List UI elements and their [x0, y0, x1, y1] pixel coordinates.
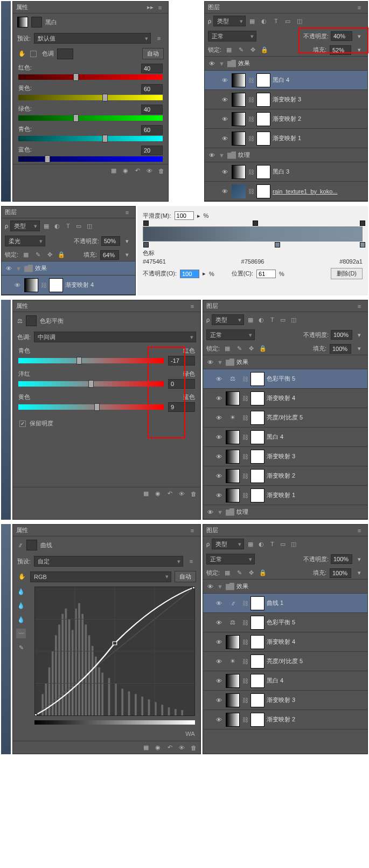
link-icon[interactable]: ⛓	[242, 697, 248, 704]
clip-icon[interactable]: ▦	[141, 743, 151, 753]
slider-value-input[interactable]	[141, 105, 163, 114]
balance-slider[interactable]	[18, 404, 164, 410]
slider-handle[interactable]	[73, 73, 79, 81]
link-icon[interactable]: ⛓	[242, 453, 248, 460]
collapse-icon[interactable]: ▸▸	[145, 3, 155, 12]
visibility-icon[interactable]: 👁	[207, 152, 217, 159]
filter-type-dropdown[interactable]: 类型	[10, 221, 40, 231]
expand-icon[interactable]: ▼	[217, 509, 224, 515]
adj-filter-icon[interactable]: ◐	[53, 222, 61, 230]
layer-name[interactable]: 色彩平衡 5	[267, 618, 365, 626]
mask-thumb[interactable]	[256, 93, 270, 107]
slider-handle[interactable]	[76, 357, 82, 364]
gradient-bar[interactable]	[143, 226, 363, 242]
trash-icon[interactable]: 🗑	[156, 166, 166, 176]
group-name[interactable]: 纹理	[236, 508, 365, 516]
visibility-icon[interactable]: 👁	[214, 473, 224, 479]
type-filter-icon[interactable]: T	[268, 315, 276, 324]
blend-mode-dropdown[interactable]: 正常	[206, 554, 255, 564]
mask-thumb[interactable]	[250, 450, 264, 464]
layer-name[interactable]: 亮度/对比度 5	[267, 657, 365, 665]
visibility-icon[interactable]: 👁	[214, 697, 224, 704]
color-slider[interactable]	[18, 95, 163, 100]
eyedropper-white-icon[interactable]: 💧	[16, 615, 26, 624]
hand-tool-icon[interactable]: ✋	[17, 572, 27, 582]
adj-thumb[interactable]	[232, 93, 246, 107]
view-icon[interactable]: ◉	[153, 743, 163, 753]
view-icon[interactable]: ◉	[153, 489, 163, 499]
adj-thumb[interactable]	[226, 391, 240, 405]
mask-thumb[interactable]	[256, 165, 270, 179]
smart-filter-icon[interactable]: ◫	[295, 17, 304, 25]
fill-input[interactable]	[330, 568, 351, 578]
smooth-input[interactable]	[175, 211, 194, 220]
visibility-icon[interactable]: 👁	[214, 717, 224, 723]
fill-input[interactable]	[330, 344, 351, 354]
lock-pos-icon[interactable]: ✥	[247, 345, 255, 353]
visibility-icon[interactable]: 👁	[214, 415, 224, 421]
lock-pos-icon[interactable]: ✥	[248, 46, 257, 54]
mask-thumb[interactable]	[256, 112, 270, 126]
adj-thumb[interactable]	[232, 132, 246, 146]
link-icon[interactable]: ⛓	[242, 639, 248, 645]
mask-thumb[interactable]	[256, 73, 270, 87]
tint-checkbox[interactable]	[30, 51, 37, 57]
mask-thumb[interactable]	[250, 596, 264, 610]
visibility-icon[interactable]: 👁	[214, 395, 224, 402]
color-slider[interactable]	[18, 115, 163, 121]
group-name[interactable]: 效果	[35, 264, 133, 272]
mask-thumb[interactable]	[256, 184, 270, 198]
preserve-checkbox[interactable]	[19, 421, 26, 427]
slider-handle[interactable]	[94, 403, 100, 411]
filter-type-dropdown[interactable]: 类型	[213, 16, 246, 26]
eyedropper-black-icon[interactable]: 💧	[16, 587, 26, 596]
auto-button[interactable]: 自动	[175, 571, 196, 582]
adj-thumb[interactable]	[226, 469, 240, 483]
lock-paint-icon[interactable]: ✎	[33, 251, 42, 259]
mask-thumb[interactable]	[250, 488, 264, 502]
shape-filter-icon[interactable]: ▭	[279, 315, 287, 324]
link-icon[interactable]: ⛓	[248, 116, 254, 122]
menu-icon[interactable]: ≡	[122, 208, 132, 217]
smart-filter-icon[interactable]: ◫	[289, 540, 298, 548]
blend-mode-dropdown[interactable]: 正常	[208, 31, 256, 42]
layer-name[interactable]: 黑白 4	[267, 677, 365, 685]
menu-icon[interactable]: ≡	[354, 301, 364, 311]
expand-icon[interactable]: ▼	[217, 583, 224, 590]
expand-icon[interactable]: ▼	[219, 152, 225, 159]
adj-thumb[interactable]	[232, 165, 246, 179]
slider-value-input[interactable]	[141, 146, 163, 155]
opacity-stop[interactable]	[143, 221, 149, 226]
adj-thumb[interactable]	[226, 488, 240, 502]
opacity-input[interactable]	[331, 330, 352, 340]
link-icon[interactable]: ⛓	[242, 658, 248, 665]
adj-thumb[interactable]	[232, 112, 246, 126]
auto-button[interactable]: 自动	[142, 48, 164, 59]
fill-input[interactable]	[100, 250, 119, 260]
visibility-icon[interactable]: 👁	[220, 135, 229, 142]
arrow-icon[interactable]: ▾	[354, 568, 364, 578]
adj-thumb[interactable]	[226, 430, 240, 444]
mask-thumb[interactable]	[250, 391, 264, 405]
eye-icon[interactable]: 👁	[177, 489, 186, 499]
eyedropper-gray-icon[interactable]: 💧	[16, 601, 26, 610]
arrow-icon[interactable]: ▾	[122, 236, 132, 246]
lock-paint-icon[interactable]: ✎	[235, 569, 243, 577]
adj-filter-icon[interactable]: ◐	[257, 540, 266, 548]
link-icon[interactable]: ⛓	[242, 619, 248, 626]
link-icon[interactable]: ⛓	[248, 135, 254, 142]
layer-name[interactable]: 色彩平衡 5	[267, 375, 365, 383]
wa-icon[interactable]: WA	[185, 729, 195, 739]
layer-name[interactable]: 渐变映射 3	[267, 452, 365, 460]
adj-thumb[interactable]	[24, 278, 38, 292]
pixel-filter-icon[interactable]: ▦	[246, 540, 255, 548]
image-thumb[interactable]	[232, 184, 246, 198]
reset-icon[interactable]: ↶	[165, 489, 175, 499]
mask-thumb[interactable]	[250, 430, 264, 444]
eye-icon[interactable]: 👁	[177, 743, 186, 753]
slider-handle[interactable]	[88, 380, 94, 388]
layer-name[interactable]: 渐变映射 4	[65, 281, 133, 289]
hand-tool-icon[interactable]: ✋	[17, 49, 27, 59]
reset-icon[interactable]: ↶	[133, 166, 142, 176]
mask-thumb[interactable]	[250, 635, 264, 649]
